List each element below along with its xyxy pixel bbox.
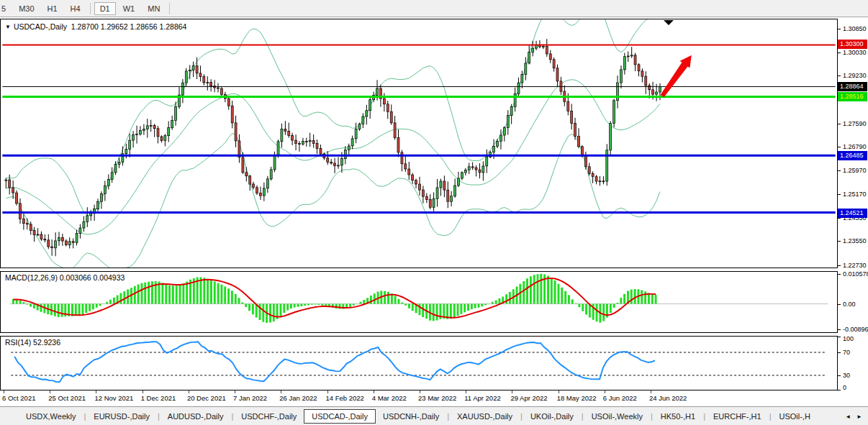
tab-separator: | [447, 412, 449, 421]
date-label: 18 May 2022 [557, 394, 597, 402]
tab-audusd-daily[interactable]: AUDUSD-,Daily [161, 409, 231, 424]
date-tick [374, 390, 374, 393]
axis-tick [838, 218, 841, 219]
bollinger-bands [6, 19, 660, 268]
axis-tick [838, 337, 841, 337]
chart-area: ▼USDCAD-,Daily 1.28700 1.29652 1.28656 1… [0, 17, 868, 406]
date-tick [143, 390, 143, 393]
axis-tick [838, 170, 841, 171]
tab-eurusd-daily[interactable]: EURUSD-,Daily [86, 409, 157, 424]
rsi-indicator-label: RSI(14) 52.9236 [5, 338, 60, 347]
axis-tick [838, 241, 841, 242]
price-tick-label: 1.26790 [843, 143, 867, 150]
macd-pane[interactable] [0, 271, 838, 333]
tab-eurchf-h1[interactable]: EURCHF-,H1 [706, 409, 769, 424]
axis-tick [838, 390, 841, 390]
date-tick [50, 390, 50, 393]
date-label: 24 Jun 2022 [649, 394, 687, 402]
chart-ohlc-readout: 1.28700 1.29652 1.28656 1.28864 [71, 22, 187, 31]
tab-separator: | [83, 412, 86, 421]
date-tick [189, 390, 189, 393]
axis-tick [838, 147, 841, 147]
rsi-tick-label: 0 [843, 384, 846, 391]
tab-usoil-weekly[interactable]: USOil-,Weekly [584, 409, 650, 424]
axis-tick [838, 274, 841, 275]
rsi-tick-label: 70 [843, 349, 850, 356]
price-axis[interactable]: 1.308501.300301.292301.284101.275901.267… [838, 19, 868, 406]
timeframe-button-w1[interactable]: W1 [117, 2, 141, 15]
date-tick [235, 390, 235, 393]
axis-tick [838, 194, 841, 195]
timeframe-button-5[interactable]: 5 [0, 2, 12, 15]
axis-tick [838, 265, 841, 266]
date-label: 7 Jan 2022 [233, 394, 267, 402]
tab-hk50-h1[interactable]: HK50-,H1 [654, 409, 702, 424]
tab-usdcad-daily[interactable]: USDCAD-,Daily [304, 409, 376, 424]
tab-separator: | [582, 412, 584, 421]
axis-tick [838, 304, 841, 305]
trend-arrow-object[interactable] [661, 55, 692, 98]
macd-tick-label: -0.00896 [843, 326, 868, 333]
tab-separator: | [520, 412, 523, 421]
rsi-pane[interactable] [0, 336, 838, 390]
symbol-dropdown-icon[interactable]: ▼ [5, 24, 11, 30]
axis-tick [838, 76, 841, 76]
tab-scroll-left-icon[interactable]: ◄ [842, 413, 854, 420]
date-axis[interactable]: 6 Oct 202125 Oct 202112 Nov 20211 Dec 20… [0, 390, 838, 406]
tab-usdx-weekly[interactable]: USDX,Weekly [19, 409, 83, 424]
chart-tab-bar: USDX,Weekly|EURUSD-,Daily|AUDUSD-,Daily|… [0, 406, 868, 425]
date-label: 11 Apr 2022 [464, 394, 501, 402]
tab-usdchf-daily[interactable]: USDCHF-,Daily [234, 409, 304, 424]
timeframe-button-d1[interactable]: D1 [94, 2, 116, 15]
date-label: 26 Jan 2022 [279, 394, 317, 402]
tab-xauusd-daily[interactable]: XAUUSD-,Daily [450, 409, 520, 424]
tab-usdcnh-daily[interactable]: USDCNH-,Daily [376, 409, 446, 424]
macd-tick-label: 0.00 [843, 301, 856, 308]
price-badge-1.28516: 1.28516 [838, 92, 867, 101]
price-pane[interactable] [0, 19, 838, 268]
price-badge-1.28864: 1.28864 [838, 82, 867, 91]
timeframe-button-h1[interactable]: H1 [42, 2, 63, 15]
axis-tick [838, 329, 841, 330]
rsi-tick-label: 30 [843, 372, 850, 379]
timeframe-button-mn[interactable]: MN [142, 2, 166, 15]
price-tick-label: 1.27590 [843, 120, 867, 127]
trading-platform-window: 5M30H1H4D1W1MN ▼USDCAD-,Daily 1.28700 1.… [0, 0, 868, 425]
date-label: 6 Jun 2022 [603, 394, 637, 402]
toolbar-separator [90, 3, 91, 14]
timeframe-button-h4[interactable]: H4 [65, 2, 86, 15]
price-tick-label: 1.25970 [843, 167, 867, 174]
axis-tick [838, 52, 841, 53]
date-label: 1 Dec 2021 [141, 394, 176, 402]
price-tick-label: 1.23550 [843, 237, 867, 245]
candle-wicks [6, 39, 660, 256]
timeframe-button-m30[interactable]: M30 [13, 2, 40, 15]
chart-title: ▼USDCAD-,Daily 1.28700 1.29652 1.28656 1… [5, 22, 186, 31]
date-label: 29 Apr 2022 [510, 394, 547, 402]
price-tick-label: 1.22730 [843, 262, 867, 269]
chart-shift-marker[interactable] [664, 20, 674, 25]
axis-tick [838, 124, 841, 124]
date-label: 6 Oct 2021 [2, 394, 35, 402]
toolbar-separator [169, 3, 170, 14]
date-tick [420, 390, 420, 393]
price-badge-1.26485: 1.26485 [838, 151, 867, 160]
date-tick [281, 390, 281, 393]
date-label: 14 Feb 2022 [326, 394, 364, 402]
price-tick-label: 1.30850 [843, 25, 867, 32]
tab-separator: | [703, 412, 705, 421]
price-tick-label: 1.25170 [843, 191, 867, 198]
macd-tick-label: 0.010578 [843, 270, 868, 278]
date-tick [96, 390, 96, 393]
tab-separator: | [231, 412, 233, 421]
date-tick [605, 390, 605, 393]
date-tick [651, 390, 651, 393]
date-label: 25 Oct 2021 [48, 394, 86, 402]
tab-scroll-right-icon[interactable]: ► [854, 413, 865, 420]
tab-ukoil-daily[interactable]: UKOil-,Daily [523, 409, 581, 424]
axis-tick [838, 352, 841, 353]
tab-usoil-h[interactable]: USOil-,H [772, 409, 817, 424]
tab-separator: | [769, 412, 772, 421]
axis-tick [838, 29, 841, 29]
tab-scroll-buttons: ◄► [841, 407, 867, 425]
